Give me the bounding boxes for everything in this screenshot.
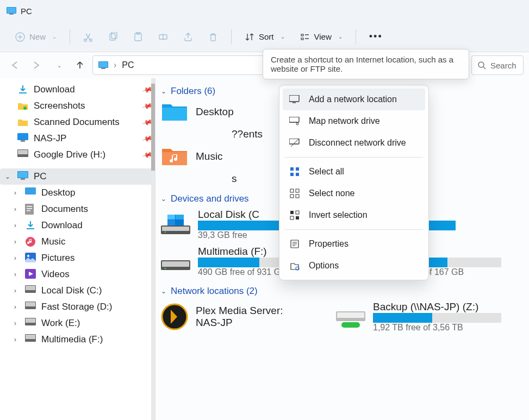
- sidebar-item-download2[interactable]: ›Download: [0, 217, 155, 234]
- folder-name: Desktop: [196, 106, 234, 118]
- options-icon: [289, 260, 300, 271]
- section-network[interactable]: ⌄Network locations (2): [161, 284, 529, 301]
- sidebar-item-videos[interactable]: ›Videos: [0, 266, 155, 283]
- folder-name: ??ents: [232, 128, 263, 140]
- sidebar-item-label: Local Disk (C:): [41, 285, 102, 296]
- delete-button[interactable]: [203, 29, 223, 45]
- sidebar-item-scanned[interactable]: ›Scanned Documents📌: [0, 114, 155, 130]
- svg-rect-72: [290, 211, 294, 214]
- chevron-down-icon: ⌄: [57, 62, 61, 68]
- select-none-icon: [289, 188, 300, 199]
- sidebar-item-music[interactable]: ›Music: [0, 234, 155, 250]
- sidebar-item-fastd[interactable]: ›Fast Storage (D:): [0, 299, 155, 315]
- menu-options[interactable]: Options: [283, 255, 425, 277]
- sidebar-item-multif[interactable]: ›Multimedia (F:): [0, 331, 155, 348]
- paste-button[interactable]: [128, 29, 148, 45]
- up-button[interactable]: [71, 56, 89, 74]
- sidebar-item-label: Documents: [41, 204, 88, 215]
- trash-icon: [208, 32, 218, 42]
- rename-button[interactable]: [153, 29, 173, 45]
- menu-map-drive[interactable]: Map network drive: [283, 110, 425, 132]
- properties-icon: [289, 239, 300, 249]
- chevron-down-icon: ⌄: [338, 34, 343, 40]
- chevron-down-icon: ⌄: [52, 34, 57, 40]
- search-box[interactable]: Search: [471, 55, 524, 75]
- search-placeholder: Search: [490, 61, 516, 70]
- sidebar-item-desktop[interactable]: ›Desktop: [0, 185, 155, 201]
- cut-button[interactable]: [78, 29, 98, 45]
- menu-properties[interactable]: Properties: [283, 233, 425, 255]
- sidebar-item-label: Screenshots: [34, 101, 85, 111]
- svg-point-4: [84, 39, 86, 41]
- svg-rect-70: [290, 195, 294, 198]
- svg-rect-15: [101, 68, 105, 69]
- chevron-right-icon: ›: [11, 238, 20, 246]
- menu-select-all[interactable]: Select all: [283, 161, 425, 183]
- svg-rect-60: [289, 95, 299, 102]
- view-button[interactable]: View ⌄: [295, 29, 348, 45]
- svg-rect-61: [289, 117, 299, 122]
- menu-label: Options: [309, 261, 339, 271]
- menu-label: Select all: [309, 167, 344, 177]
- rename-icon: [158, 32, 168, 42]
- svg-rect-24: [21, 178, 25, 180]
- sidebar: ›Download📌 ›Screenshots📌 ›Scanned Docume…: [0, 78, 155, 420]
- network-tile-plex[interactable]: Plex Media Server:NAS-JP: [161, 301, 324, 333]
- sidebar-item-localc[interactable]: ›Local Disk (C:): [0, 283, 155, 299]
- svg-point-5: [90, 39, 92, 41]
- drive-icon: [161, 250, 190, 272]
- network-drive-icon: [336, 306, 365, 328]
- svg-rect-68: [290, 189, 294, 192]
- svg-rect-6: [110, 34, 115, 40]
- menu-disconnect-drive[interactable]: Disconnect network drive: [283, 132, 425, 154]
- menu-invert-selection[interactable]: Invert selection: [283, 204, 425, 226]
- copy-button[interactable]: [103, 29, 123, 45]
- svg-point-32: [27, 255, 29, 257]
- back-button[interactable]: [5, 56, 24, 74]
- svg-rect-46: [167, 215, 175, 220]
- forward-button[interactable]: [27, 56, 46, 74]
- folder-name: Music: [196, 151, 223, 162]
- network-tile-backup[interactable]: Backup (\\NAS-JP) (Z:)1,92 TB free of 3,…: [336, 301, 499, 333]
- sidebar-item-label: Videos: [41, 269, 70, 280]
- separator: [356, 29, 356, 45]
- share-button[interactable]: [178, 29, 198, 45]
- menu-divider: [285, 157, 423, 158]
- sidebar-item-label: Pictures: [41, 253, 74, 264]
- download-icon: [25, 220, 36, 231]
- svg-rect-75: [296, 216, 299, 220]
- svg-rect-58: [337, 312, 364, 318]
- sidebar-item-screenshots[interactable]: ›Screenshots📌: [0, 98, 155, 114]
- svg-rect-29: [27, 210, 30, 211]
- chevron-right-icon: ›: [114, 60, 116, 70]
- pc-icon: [7, 7, 16, 15]
- svg-rect-67: [296, 173, 299, 176]
- more-button[interactable]: •••: [364, 28, 388, 46]
- monitor-icon: [17, 133, 28, 144]
- recent-button[interactable]: ⌄: [49, 56, 67, 74]
- sort-icon: [245, 32, 254, 42]
- svg-rect-74: [290, 216, 294, 220]
- sidebar-item-worke[interactable]: ›Work (E:): [0, 315, 155, 331]
- sidebar-item-pc[interactable]: ⌄PC: [0, 168, 155, 185]
- chevron-right-icon: ›: [11, 222, 20, 229]
- drive-icon: [25, 302, 36, 312]
- menu-add-network-location[interactable]: Add a network location: [283, 89, 425, 110]
- sidebar-item-gdrive[interactable]: ›Google Drive (H:)📌: [0, 147, 155, 163]
- chevron-right-icon: ›: [11, 319, 20, 327]
- address-segment[interactable]: PC: [122, 60, 134, 70]
- sidebar-item-documents[interactable]: ›Documents: [0, 201, 155, 217]
- menu-label: Select none: [309, 189, 355, 198]
- sidebar-item-nas[interactable]: ›NAS-JP📌: [0, 130, 155, 147]
- sidebar-item-pictures[interactable]: ›Pictures: [0, 250, 155, 266]
- music-icon: [25, 236, 36, 247]
- svg-rect-35: [26, 286, 35, 290]
- sort-button[interactable]: Sort ⌄: [239, 29, 290, 45]
- sidebar-item-download[interactable]: ›Download📌: [0, 82, 155, 98]
- new-button[interactable]: New ⌄: [10, 29, 62, 45]
- svg-rect-71: [296, 195, 299, 198]
- svg-rect-14: [99, 62, 108, 67]
- view-icon: [300, 32, 310, 42]
- menu-select-none[interactable]: Select none: [283, 183, 425, 204]
- svg-rect-19: [21, 140, 25, 142]
